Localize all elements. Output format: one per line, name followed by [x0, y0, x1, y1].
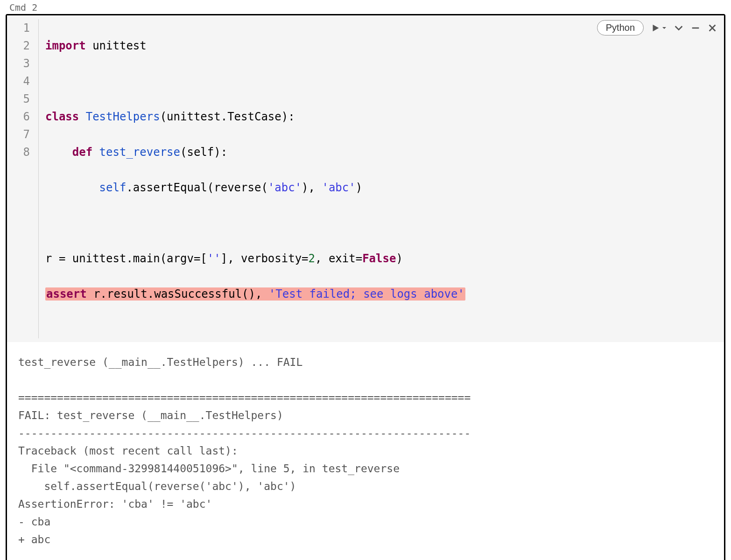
- minimize-icon[interactable]: [690, 23, 701, 33]
- string-literal: 'Test failed; see logs above': [269, 287, 464, 301]
- run-button[interactable]: [650, 23, 667, 33]
- keyword: import: [45, 39, 86, 52]
- code-editor[interactable]: Python 1 2 3 4 5 6 7 8 import: [7, 15, 724, 342]
- line-number: 6: [7, 108, 30, 126]
- line-gutter: 1 2 3 4 5 6 7 8: [7, 19, 39, 338]
- line-number: 5: [7, 90, 30, 108]
- code-text: ): [356, 181, 362, 194]
- code-text: r.result.wasSuccessful(),: [87, 287, 269, 301]
- code-text: ], verbosity=: [221, 252, 309, 265]
- cell-toolbar: Python: [597, 20, 717, 35]
- close-icon[interactable]: [707, 23, 717, 33]
- code-text: r = unittest.main(argv=[: [45, 252, 207, 265]
- bool-literal: False: [362, 252, 396, 265]
- line-number: 3: [7, 55, 30, 72]
- language-selector[interactable]: Python: [597, 20, 644, 35]
- code-text: (unittest.TestCase):: [160, 110, 295, 123]
- code-text: ): [396, 252, 402, 265]
- keyword: def: [72, 146, 92, 159]
- command-label: Cmd 2: [0, 0, 731, 14]
- chevron-down-icon: [661, 25, 667, 31]
- string-literal: 'abc': [322, 181, 355, 194]
- cell-output: test_reverse (__main__.TestHelpers) ... …: [7, 342, 724, 560]
- code-content[interactable]: import unittest class TestHelpers(unitte…: [39, 19, 465, 338]
- code-text: , exit=: [315, 252, 362, 265]
- line-number: 1: [7, 19, 30, 37]
- line-number: 7: [7, 126, 30, 143]
- self-ref: self: [99, 181, 127, 194]
- line-number: 8: [7, 143, 30, 161]
- class-name: TestHelpers: [79, 110, 160, 123]
- code-text: unittest: [86, 39, 147, 52]
- string-literal: 'abc': [268, 181, 302, 194]
- string-literal: '': [207, 252, 221, 265]
- keyword: assert: [46, 287, 87, 301]
- line-number: 4: [7, 72, 30, 90]
- chevron-down-icon[interactable]: [674, 23, 684, 33]
- code-text: ),: [302, 181, 322, 194]
- line-number: 2: [7, 37, 30, 55]
- code-text: .assertEqual(reverse(: [126, 181, 267, 194]
- notebook-cell: Python 1 2 3 4 5 6 7 8 import: [6, 14, 725, 560]
- code-text: (self):: [180, 146, 227, 159]
- keyword: class: [45, 110, 79, 123]
- number-literal: 2: [309, 252, 315, 265]
- output-text: test_reverse (__main__.TestHelpers) ... …: [18, 356, 471, 560]
- function-name: test_reverse: [92, 146, 180, 159]
